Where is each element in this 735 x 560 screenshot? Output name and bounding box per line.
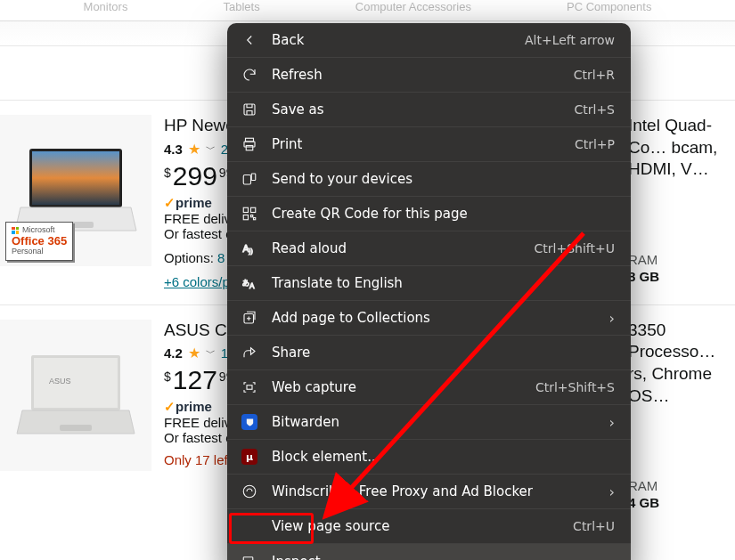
star-icon: ★	[188, 345, 200, 361]
svg-rect-19	[254, 218, 256, 220]
price-whole: 127	[173, 367, 217, 394]
spec-column: 3350 Processo… rs, Chrome OS… RAM 4 GB	[628, 320, 735, 511]
ctx-block[interactable]: µBlock element...	[227, 440, 631, 475]
chevron-down-icon: ﹀	[206, 142, 216, 156]
translate-icon: あA	[240, 275, 259, 291]
ctx-label: Add page to Collections	[272, 310, 597, 326]
svg-rect-6	[34, 358, 118, 408]
spec-label: RAM	[628, 252, 735, 267]
share-icon	[240, 345, 259, 361]
svg-rect-12	[246, 146, 253, 150]
refresh-icon	[240, 67, 259, 83]
chevron-right-icon: ›	[609, 310, 615, 327]
svg-text:ASUS: ASUS	[49, 377, 71, 386]
ctx-label: Create QR Code for this page	[272, 206, 615, 222]
blank-icon	[240, 518, 259, 534]
rating-value: 4.3	[164, 142, 183, 157]
ctx-send[interactable]: Send to your devices	[227, 162, 631, 197]
svg-rect-18	[251, 215, 253, 217]
nav-tab[interactable]: PC Components	[567, 0, 651, 20]
product-image[interactable]: Microsoft Office 365 Personal	[0, 115, 151, 266]
rating-value: 4.2	[164, 345, 183, 361]
svg-text:)): ))	[249, 248, 253, 255]
svg-point-26	[243, 485, 256, 498]
ctx-bitwarden[interactable]: Bitwarden›	[227, 405, 631, 440]
ctx-shortcut: Ctrl+P	[575, 137, 615, 151]
ctx-shortcut: Ctrl+Shift+U	[535, 241, 615, 256]
ctx-label: Read aloud	[272, 240, 522, 256]
svg-text:A: A	[243, 243, 249, 254]
ctx-label: Refresh	[272, 67, 561, 83]
ctx-shortcut: Ctrl+S	[574, 102, 615, 117]
windscribe-icon	[240, 483, 259, 499]
nav-tabs: Monitors Tablets Computer Accessories PC…	[0, 0, 735, 21]
svg-rect-17	[243, 215, 248, 220]
nav-tab[interactable]: Monitors	[84, 0, 128, 20]
ctx-capture[interactable]: Web captureCtrl+Shift+S	[227, 370, 631, 405]
svg-rect-14	[251, 174, 256, 181]
price-whole: 299	[173, 163, 217, 190]
svg-rect-9	[244, 104, 255, 115]
spec-label: RAM	[628, 478, 735, 493]
ctx-label: Bitwarden	[272, 414, 597, 430]
ctx-inspect[interactable]: Inspect	[227, 544, 631, 560]
ctx-collections[interactable]: Add page to Collections›	[227, 301, 631, 336]
ctx-source[interactable]: View page sourceCtrl+U	[227, 509, 631, 544]
ctx-label: Translate to English	[272, 275, 615, 291]
chevron-right-icon: ›	[609, 483, 615, 500]
currency: $	[164, 369, 171, 384]
ctx-shortcut: Alt+Left arrow	[525, 33, 615, 47]
chevron-down-icon: ﹀	[206, 346, 216, 360]
spec-value: 8 GB	[628, 269, 735, 284]
ctx-share[interactable]: Share	[227, 336, 631, 370]
svg-text:あ: あ	[242, 279, 249, 287]
product-title-right[interactable]: 3350 Processo… rs, Chrome OS…	[628, 320, 735, 408]
ctx-label: View page source	[272, 518, 560, 534]
nav-tab[interactable]: Tablets	[224, 0, 260, 20]
back-icon	[240, 32, 259, 48]
collections-icon	[240, 310, 259, 326]
nav-tab[interactable]: Computer Accessories	[355, 0, 471, 20]
ctx-saveas[interactable]: Save asCtrl+S	[227, 93, 631, 127]
ctx-shortcut: Ctrl+R	[574, 68, 615, 82]
product-image[interactable]: ASUS	[0, 320, 151, 471]
ctx-label: Windscribe - Free Proxy and Ad Blocker	[272, 483, 597, 499]
capture-icon	[240, 379, 259, 395]
ctx-print[interactable]: PrintCtrl+P	[227, 127, 631, 162]
svg-text:A: A	[249, 282, 255, 290]
svg-rect-13	[243, 175, 250, 185]
ctx-read[interactable]: A))Read aloudCtrl+Shift+U	[227, 231, 631, 266]
ctx-windscribe[interactable]: Windscribe - Free Proxy and Ad Blocker›	[227, 475, 631, 509]
ctx-label: Print	[272, 136, 562, 152]
ctx-label: Block element...	[272, 449, 615, 465]
ctx-label: Inspect	[272, 554, 615, 561]
product-title-right[interactable]: Intel Quad-Co… bcam, HDMI, V…	[628, 115, 735, 181]
svg-rect-7	[60, 425, 92, 431]
svg-rect-27	[243, 556, 253, 560]
svg-rect-2	[32, 151, 119, 205]
save-icon	[240, 101, 259, 118]
ctx-shortcut: Ctrl+Shift+S	[535, 380, 615, 394]
context-menu: BackAlt+Left arrowRefreshCtrl+RSave asCt…	[227, 23, 631, 560]
ctx-back[interactable]: BackAlt+Left arrow	[227, 23, 631, 58]
ctx-qr[interactable]: Create QR Code for this page	[227, 197, 631, 231]
ctx-refresh[interactable]: RefreshCtrl+R	[227, 58, 631, 93]
office-365-badge: Microsoft Office 365 Personal	[5, 222, 73, 261]
ctx-translate[interactable]: あATranslate to English	[227, 266, 631, 301]
read-icon: A))	[240, 240, 259, 256]
spec-value: 4 GB	[628, 495, 735, 510]
ublock-icon: µ	[240, 449, 259, 465]
ctx-label: Send to your devices	[272, 171, 615, 187]
ctx-label: Web capture	[272, 379, 523, 395]
svg-rect-15	[243, 207, 248, 212]
currency: $	[164, 166, 171, 180]
ctx-shortcut: Ctrl+U	[573, 519, 615, 533]
bitwarden-icon	[240, 414, 259, 430]
svg-rect-16	[251, 207, 256, 212]
ctx-label: Save as	[272, 101, 561, 118]
star-icon: ★	[188, 141, 200, 158]
ctx-label: Share	[272, 345, 615, 361]
inspect-icon	[240, 554, 259, 561]
chevron-right-icon: ›	[609, 414, 615, 431]
svg-rect-25	[247, 386, 252, 390]
